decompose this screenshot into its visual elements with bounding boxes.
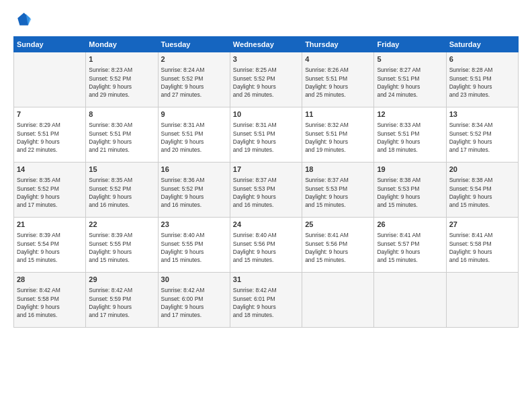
day-number: 16 [161,165,227,175]
day-info: Sunrise: 8:40 AM Sunset: 5:56 PM Dayligh… [233,231,299,264]
day-info: Sunrise: 8:25 AM Sunset: 5:52 PM Dayligh… [233,66,299,99]
calendar-day-cell: 12Sunrise: 8:33 AM Sunset: 5:51 PM Dayli… [374,107,446,163]
day-info: Sunrise: 8:31 AM Sunset: 5:51 PM Dayligh… [233,121,299,154]
day-number: 3 [233,54,299,64]
day-info: Sunrise: 8:33 AM Sunset: 5:51 PM Dayligh… [377,121,443,154]
day-info: Sunrise: 8:41 AM Sunset: 5:56 PM Dayligh… [305,231,371,264]
day-number: 6 [449,54,515,64]
calendar-day-cell [446,273,518,328]
calendar-day-cell: 3Sunrise: 8:25 AM Sunset: 5:52 PM Daylig… [230,52,302,107]
calendar-week-row: 7Sunrise: 8:29 AM Sunset: 5:51 PM Daylig… [14,107,519,163]
day-number: 5 [377,54,443,64]
day-number: 25 [305,220,371,230]
calendar-day-cell: 30Sunrise: 8:42 AM Sunset: 6:00 PM Dayli… [158,273,230,328]
calendar-week-row: 14Sunrise: 8:35 AM Sunset: 5:52 PM Dayli… [14,163,519,218]
calendar-day-cell: 5Sunrise: 8:27 AM Sunset: 5:51 PM Daylig… [374,52,446,107]
weekday-header: Sunday [14,37,86,52]
day-info: Sunrise: 8:39 AM Sunset: 5:54 PM Dayligh… [17,231,83,264]
day-number: 29 [89,275,154,285]
calendar-day-cell: 4Sunrise: 8:26 AM Sunset: 5:51 PM Daylig… [302,52,374,107]
day-info: Sunrise: 8:42 AM Sunset: 6:00 PM Dayligh… [161,286,227,319]
weekday-header: Wednesday [230,37,302,52]
day-info: Sunrise: 8:42 AM Sunset: 5:59 PM Dayligh… [89,286,154,319]
day-number: 18 [305,165,371,175]
day-number: 26 [377,220,443,230]
day-number: 2 [161,54,227,64]
day-number: 7 [17,109,83,120]
calendar-day-cell: 21Sunrise: 8:39 AM Sunset: 5:54 PM Dayli… [14,218,86,273]
day-number: 22 [89,220,154,230]
day-info: Sunrise: 8:29 AM Sunset: 5:51 PM Dayligh… [17,121,83,154]
day-number: 14 [17,165,83,175]
calendar-day-cell: 25Sunrise: 8:41 AM Sunset: 5:56 PM Dayli… [302,218,374,273]
calendar-day-cell: 31Sunrise: 8:42 AM Sunset: 6:01 PM Dayli… [230,273,302,328]
calendar-day-cell: 24Sunrise: 8:40 AM Sunset: 5:56 PM Dayli… [230,218,302,273]
day-info: Sunrise: 8:42 AM Sunset: 6:01 PM Dayligh… [233,286,299,319]
day-info: Sunrise: 8:38 AM Sunset: 5:54 PM Dayligh… [449,176,515,209]
day-number: 23 [161,220,227,230]
day-info: Sunrise: 8:26 AM Sunset: 5:51 PM Dayligh… [305,66,371,99]
day-number: 1 [89,54,154,64]
day-info: Sunrise: 8:40 AM Sunset: 5:55 PM Dayligh… [161,231,227,264]
calendar-day-cell: 16Sunrise: 8:36 AM Sunset: 5:52 PM Dayli… [158,163,230,218]
day-info: Sunrise: 8:24 AM Sunset: 5:52 PM Dayligh… [161,66,227,99]
weekday-row: SundayMondayTuesdayWednesdayThursdayFrid… [14,37,519,52]
logo-icon [13,11,32,30]
day-number: 4 [305,54,371,64]
calendar-day-cell: 28Sunrise: 8:42 AM Sunset: 5:58 PM Dayli… [14,273,86,328]
day-info: Sunrise: 8:27 AM Sunset: 5:51 PM Dayligh… [377,66,443,99]
calendar-day-cell: 19Sunrise: 8:38 AM Sunset: 5:53 PM Dayli… [374,163,446,218]
calendar-week-row: 1Sunrise: 8:23 AM Sunset: 5:52 PM Daylig… [14,52,519,107]
weekday-header: Saturday [446,37,518,52]
calendar-day-cell: 15Sunrise: 8:35 AM Sunset: 5:52 PM Dayli… [86,163,158,218]
day-info: Sunrise: 8:36 AM Sunset: 5:52 PM Dayligh… [161,176,227,209]
day-number: 9 [161,109,227,120]
day-info: Sunrise: 8:37 AM Sunset: 5:53 PM Dayligh… [233,176,299,209]
day-info: Sunrise: 8:37 AM Sunset: 5:53 PM Dayligh… [305,176,371,209]
weekday-header: Thursday [302,37,374,52]
calendar-day-cell: 20Sunrise: 8:38 AM Sunset: 5:54 PM Dayli… [446,163,518,218]
day-number: 20 [449,165,515,175]
calendar-day-cell: 8Sunrise: 8:30 AM Sunset: 5:51 PM Daylig… [86,107,158,163]
day-info: Sunrise: 8:38 AM Sunset: 5:53 PM Dayligh… [377,176,443,209]
day-number: 30 [161,275,227,285]
day-number: 24 [233,220,299,230]
day-info: Sunrise: 8:31 AM Sunset: 5:51 PM Dayligh… [161,121,227,154]
calendar-table: SundayMondayTuesdayWednesdayThursdayFrid… [13,36,519,328]
calendar-day-cell: 14Sunrise: 8:35 AM Sunset: 5:52 PM Dayli… [14,163,86,218]
day-info: Sunrise: 8:41 AM Sunset: 5:58 PM Dayligh… [449,231,515,264]
day-number: 17 [233,165,299,175]
calendar-day-cell [374,273,446,328]
day-info: Sunrise: 8:28 AM Sunset: 5:51 PM Dayligh… [449,66,515,99]
page: SundayMondayTuesdayWednesdayThursdayFrid… [0,0,532,411]
calendar-day-cell: 9Sunrise: 8:31 AM Sunset: 5:51 PM Daylig… [158,107,230,163]
day-info: Sunrise: 8:42 AM Sunset: 5:58 PM Dayligh… [17,286,83,319]
calendar-week-row: 28Sunrise: 8:42 AM Sunset: 5:58 PM Dayli… [14,273,519,328]
day-number: 12 [377,109,443,120]
day-number: 13 [449,109,515,120]
day-number: 15 [89,165,154,175]
calendar-week-row: 21Sunrise: 8:39 AM Sunset: 5:54 PM Dayli… [14,218,519,273]
logo [13,11,35,30]
day-info: Sunrise: 8:34 AM Sunset: 5:52 PM Dayligh… [449,121,515,154]
day-number: 11 [305,109,371,120]
day-number: 31 [233,275,299,285]
day-info: Sunrise: 8:39 AM Sunset: 5:55 PM Dayligh… [89,231,154,264]
calendar-day-cell: 22Sunrise: 8:39 AM Sunset: 5:55 PM Dayli… [86,218,158,273]
day-info: Sunrise: 8:32 AM Sunset: 5:51 PM Dayligh… [305,121,371,154]
day-info: Sunrise: 8:35 AM Sunset: 5:52 PM Dayligh… [89,176,154,209]
day-number: 21 [17,220,83,230]
calendar-day-cell: 10Sunrise: 8:31 AM Sunset: 5:51 PM Dayli… [230,107,302,163]
day-number: 8 [89,109,154,120]
calendar-day-cell: 27Sunrise: 8:41 AM Sunset: 5:58 PM Dayli… [446,218,518,273]
day-info: Sunrise: 8:35 AM Sunset: 5:52 PM Dayligh… [17,176,83,209]
day-number: 28 [17,275,83,285]
calendar-day-cell [14,52,86,107]
calendar-day-cell: 1Sunrise: 8:23 AM Sunset: 5:52 PM Daylig… [86,52,158,107]
day-number: 10 [233,109,299,120]
weekday-header: Friday [374,37,446,52]
day-info: Sunrise: 8:23 AM Sunset: 5:52 PM Dayligh… [89,66,154,99]
weekday-header: Monday [86,37,158,52]
calendar-day-cell: 2Sunrise: 8:24 AM Sunset: 5:52 PM Daylig… [158,52,230,107]
calendar-day-cell: 11Sunrise: 8:32 AM Sunset: 5:51 PM Dayli… [302,107,374,163]
